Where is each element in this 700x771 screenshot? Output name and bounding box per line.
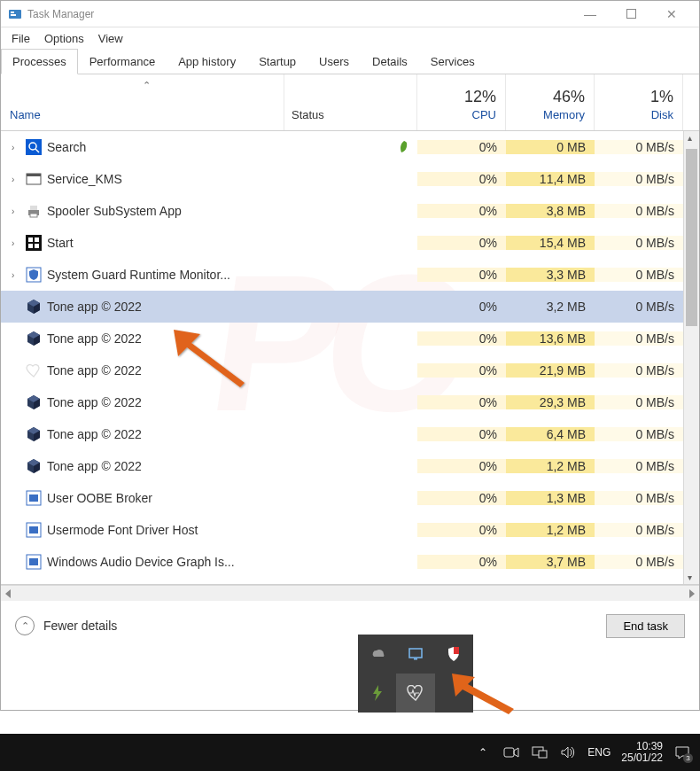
- process-name: System Guard Runtime Monitor...: [47, 268, 230, 282]
- menu-file[interactable]: File: [6, 30, 35, 47]
- column-memory[interactable]: 46% Memory: [506, 74, 595, 130]
- disk-percent: 1%: [650, 88, 673, 106]
- scrollbar-thumb[interactable]: [686, 149, 697, 326]
- cube-icon: [26, 299, 42, 315]
- column-status[interactable]: Status: [284, 74, 417, 130]
- window-box-icon: [26, 522, 42, 538]
- svg-rect-10: [30, 206, 37, 210]
- cpu-value: 0%: [417, 204, 506, 218]
- network-icon[interactable]: [531, 744, 548, 761]
- column-name[interactable]: ⌃ Name: [1, 74, 284, 130]
- tray-display-icon[interactable]: [396, 635, 434, 674]
- footer: ⌃ Fewer details End task: [1, 601, 699, 650]
- process-row[interactable]: Tone app © 20220%29,3 MB0 MB/s: [1, 386, 699, 418]
- tray-empty: [435, 674, 473, 713]
- cpu-value: 0%: [417, 268, 506, 282]
- tab-app-history[interactable]: App history: [167, 49, 247, 74]
- process-row[interactable]: ›System Guard Runtime Monitor...0%3,3 MB…: [1, 259, 699, 291]
- column-cpu[interactable]: 12% CPU: [417, 74, 506, 130]
- tray-bolt-icon[interactable]: [358, 674, 396, 713]
- leaf-icon: [398, 140, 410, 154]
- process-row[interactable]: ›Spooler SubSystem App0%3,8 MB0 MB/s: [1, 195, 699, 227]
- svg-rect-21: [29, 526, 38, 533]
- disk-value: 0 MB/s: [595, 427, 683, 441]
- memory-value: 13,6 MB: [506, 331, 595, 346]
- svg-rect-29: [539, 751, 547, 758]
- process-row[interactable]: ›Start0%15,4 MB0 MB/s: [1, 227, 699, 259]
- meet-now-icon[interactable]: [502, 744, 520, 761]
- process-row[interactable]: Tone app © 20220%6,4 MB0 MB/s: [1, 418, 699, 450]
- process-row[interactable]: Usermode Font Driver Host0%1,2 MB0 MB/s: [1, 514, 699, 546]
- svg-rect-11: [30, 214, 37, 217]
- column-disk[interactable]: 1% Disk: [595, 74, 683, 130]
- fewer-details-button[interactable]: ⌃ Fewer details: [15, 616, 117, 635]
- horizontal-scrollbar[interactable]: [1, 585, 699, 601]
- system-tray-overflow[interactable]: [358, 635, 473, 713]
- end-task-button[interactable]: End task: [606, 614, 685, 638]
- memory-value: 3,2 MB: [506, 300, 595, 314]
- tray-chevron-icon[interactable]: ⌃: [474, 744, 492, 761]
- tab-performance[interactable]: Performance: [78, 49, 167, 74]
- memory-value: 3,3 MB: [506, 268, 595, 282]
- expand-chevron-icon[interactable]: ›: [12, 238, 20, 248]
- process-row[interactable]: Tone app © 20220%3,2 MB0 MB/s: [1, 291, 699, 323]
- process-name: Tone app © 2022: [47, 427, 142, 441]
- volume-icon[interactable]: [559, 744, 577, 761]
- cube-icon: [26, 394, 42, 410]
- memory-value: 21,9 MB: [506, 363, 595, 378]
- close-button[interactable]: ✕: [651, 1, 692, 27]
- tab-details[interactable]: Details: [361, 49, 419, 74]
- process-row[interactable]: Windows Audio Device Graph Is...0%3,7 MB…: [1, 546, 699, 578]
- process-name: Spooler SubSystem App: [47, 204, 182, 218]
- process-row[interactable]: User OOBE Broker0%1,3 MB0 MB/s: [1, 482, 699, 514]
- process-row[interactable]: Tone app © 20220%1,2 MB0 MB/s: [1, 450, 699, 482]
- process-name: Tone app © 2022: [47, 395, 142, 409]
- expand-chevron-icon[interactable]: ›: [12, 143, 20, 152]
- tab-startup[interactable]: Startup: [247, 49, 307, 74]
- notifications-icon[interactable]: 3: [673, 744, 691, 761]
- disk-value: 0 MB/s: [595, 459, 683, 473]
- svg-rect-14: [35, 238, 39, 242]
- process-row[interactable]: Tone app © 20220%21,9 MB0 MB/s: [1, 354, 699, 386]
- memory-value: 1,2 MB: [506, 523, 595, 537]
- tray-cloud-icon[interactable]: [358, 635, 396, 674]
- notif-badge: 3: [683, 753, 693, 763]
- minimize-button[interactable]: —: [570, 1, 611, 27]
- cpu-value: 0%: [417, 331, 506, 346]
- cpu-value: 0%: [417, 172, 506, 186]
- svg-rect-15: [28, 244, 33, 248]
- expand-chevron-icon[interactable]: ›: [12, 175, 20, 184]
- window-title: Task Manager: [27, 8, 570, 20]
- memory-percent: 46%: [553, 88, 585, 106]
- disk-value: 0 MB/s: [595, 363, 683, 378]
- vertical-scrollbar[interactable]: [683, 131, 699, 584]
- process-name: Start: [47, 236, 74, 250]
- expand-chevron-icon[interactable]: ›: [12, 206, 20, 216]
- tray-heart-monitor-icon[interactable]: [396, 674, 434, 713]
- menu-view[interactable]: View: [93, 30, 128, 47]
- process-row[interactable]: Tone app © 20220%13,6 MB0 MB/s: [1, 323, 699, 354]
- task-manager-icon: [8, 7, 22, 21]
- svg-rect-2: [11, 14, 16, 16]
- chevron-up-icon: ⌃: [15, 616, 35, 635]
- memory-value: 3,8 MB: [506, 204, 595, 218]
- window-box-icon: [26, 554, 42, 570]
- tab-services[interactable]: Services: [419, 49, 486, 74]
- language-indicator[interactable]: ENG: [587, 746, 611, 759]
- process-name: Usermode Font Driver Host: [47, 523, 198, 537]
- expand-chevron-icon[interactable]: ›: [12, 270, 20, 280]
- process-row[interactable]: ›Service_KMS0%11,4 MB0 MB/s: [1, 163, 699, 195]
- disk-value: 0 MB/s: [595, 491, 683, 505]
- menu-options[interactable]: Options: [39, 30, 89, 47]
- disk-value: 0 MB/s: [595, 395, 683, 409]
- maximize-button[interactable]: [611, 1, 651, 27]
- memory-value: 29,3 MB: [506, 395, 595, 409]
- tab-users[interactable]: Users: [307, 49, 361, 74]
- task-manager-window: PC Task Manager — ✕ File Options View Pr…: [0, 0, 700, 711]
- tab-processes[interactable]: Processes: [1, 49, 78, 74]
- clock[interactable]: 10:39 25/01/22: [621, 741, 663, 764]
- tray-defender-icon[interactable]: [435, 635, 473, 674]
- process-row[interactable]: ›Search0%0 MB0 MB/s: [1, 131, 699, 163]
- disk-value: 0 MB/s: [595, 172, 683, 186]
- cube-icon: [26, 331, 42, 347]
